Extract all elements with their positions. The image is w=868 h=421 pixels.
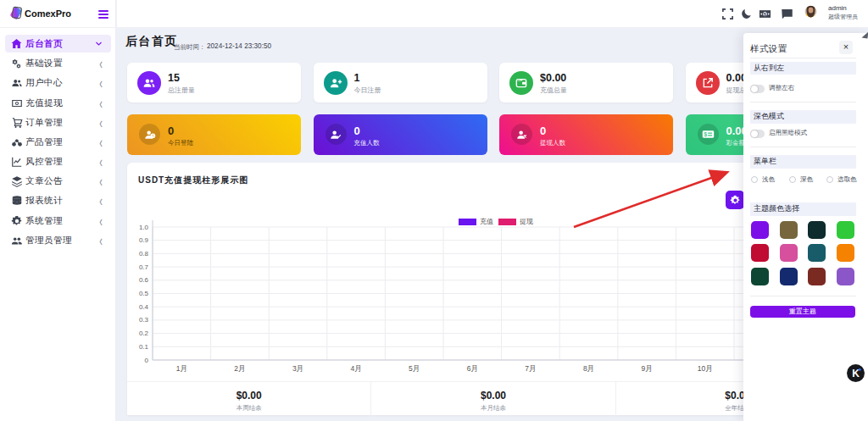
svg-text:3月: 3月	[292, 364, 303, 373]
svg-text:0.8: 0.8	[139, 250, 149, 258]
svg-text:$: $	[704, 131, 707, 138]
svg-text:8月: 8月	[583, 364, 594, 373]
svg-text:0.5: 0.5	[139, 290, 149, 297]
svg-text:0.6: 0.6	[139, 276, 149, 284]
svg-text:0.2: 0.2	[139, 330, 149, 337]
svg-text:0.4: 0.4	[139, 303, 149, 311]
svg-text:2月: 2月	[234, 364, 245, 373]
svg-text:0: 0	[145, 357, 149, 364]
svg-text:7月: 7月	[525, 364, 536, 373]
svg-text:1.0: 1.0	[139, 224, 149, 231]
svg-text:0.9: 0.9	[139, 236, 149, 244]
svg-text:0.1: 0.1	[139, 343, 149, 351]
svg-text:0.7: 0.7	[139, 263, 149, 271]
svg-text:0.3: 0.3	[139, 316, 149, 324]
svg-text:6月: 6月	[467, 364, 478, 373]
svg-text:1月: 1月	[176, 364, 187, 373]
svg-text:9月: 9月	[641, 364, 652, 373]
svg-text:10月: 10月	[698, 364, 713, 373]
svg-text:4月: 4月	[350, 364, 361, 373]
svg-text:5月: 5月	[409, 364, 420, 373]
